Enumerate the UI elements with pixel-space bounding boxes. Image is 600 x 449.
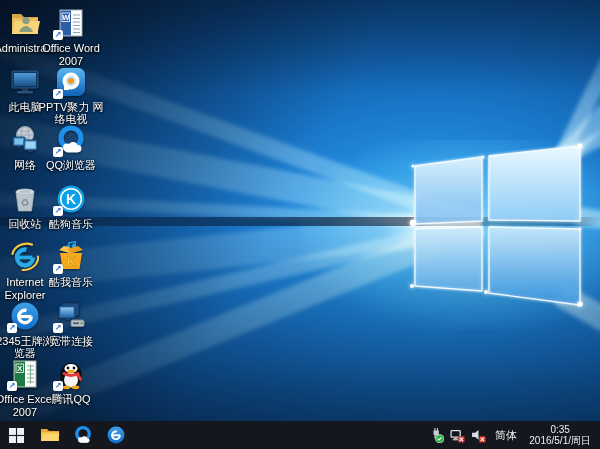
internet-explorer-icon: [9, 241, 41, 273]
word-icon: W ↗: [55, 7, 87, 39]
computer-icon: [9, 66, 41, 98]
svg-text:♻: ♻: [21, 197, 30, 208]
recycle-bin-icon: ♻: [9, 183, 41, 215]
desktop-icon-kugou-music[interactable]: K ↗ 酷狗音乐: [48, 182, 94, 241]
broadband-connection-icon: ↗: [55, 300, 87, 332]
taskbar-file-explorer-button[interactable]: [33, 421, 66, 449]
taskbar-qq-browser-button[interactable]: [66, 421, 99, 449]
taskbar-clock[interactable]: 0:35 2016/5/1/周日: [525, 424, 595, 447]
desktop-icon-recycle-bin[interactable]: ♻ 回收站: [2, 182, 48, 241]
system-tray: 简体 0:35 2016/5/1/周日: [427, 424, 600, 447]
qq-browser-icon: [73, 425, 93, 445]
volume-muted-icon[interactable]: [469, 424, 487, 446]
qq-penguin-icon: ↗: [55, 358, 87, 390]
desktop-icon-label: 酷狗音乐: [38, 218, 104, 231]
windows-logo-graphic: [398, 130, 598, 320]
desktop-icon-grid: Administra... W ↗ Office Word 2007: [2, 6, 94, 416]
shortcut-arrow-icon: ↗: [53, 323, 63, 333]
taskbar-2345-browser-button[interactable]: [99, 421, 132, 449]
desktop-icon-2345-browser[interactable]: ↗ 2345王牌浏 览器: [2, 299, 48, 358]
ime-language-indicator[interactable]: 简体: [490, 428, 522, 443]
desktop-icon-office-excel[interactable]: X ↗ Office Excel 2007: [2, 357, 48, 416]
network-icon: [9, 124, 41, 156]
shortcut-arrow-icon: ↗: [53, 30, 63, 40]
desktop-icon-internet-explorer[interactable]: Internet Explorer: [2, 240, 48, 299]
start-button[interactable]: [0, 421, 33, 449]
desktop-icon-label: QQ浏览器: [38, 159, 104, 172]
network-disconnected-icon[interactable]: [448, 424, 466, 446]
desktop-icon-label: 腾讯QQ: [38, 393, 104, 406]
desktop-icon-qq-browser[interactable]: ↗ QQ浏览器: [48, 123, 94, 182]
windows-logo-icon: [9, 428, 24, 443]
svg-text:W: W: [62, 13, 70, 22]
svg-text:K: K: [66, 191, 76, 207]
shortcut-arrow-icon: ↗: [7, 323, 17, 333]
file-explorer-icon: [40, 427, 60, 443]
svg-text:K: K: [67, 255, 76, 269]
svg-text:X: X: [17, 364, 22, 373]
shortcut-arrow-icon: ↗: [53, 89, 63, 99]
2345-browser-icon: [106, 425, 126, 445]
shortcut-arrow-icon: ↗: [53, 381, 63, 391]
shortcut-arrow-icon: ↗: [53, 206, 63, 216]
user-folder-icon: [9, 7, 41, 39]
desktop-icon-label: 酷我音乐: [38, 276, 104, 289]
shortcut-arrow-icon: ↗: [7, 381, 17, 391]
windows-desktop: Administra... W ↗ Office Word 2007: [0, 0, 600, 449]
clock-time: 0:35: [529, 424, 591, 436]
desktop-icon-network[interactable]: 网络: [2, 123, 48, 182]
clock-date: 2016/5/1/周日: [529, 435, 591, 447]
kugou-music-icon: K ↗: [55, 183, 87, 215]
desktop-icon-pptv[interactable]: ↗ PPTV聚力 网 络电视: [48, 65, 94, 124]
desktop-icon-label: 宽带连接: [38, 335, 104, 348]
desktop-icon-label: Office Word 2007: [38, 42, 104, 67]
2345-browser-icon: ↗: [9, 300, 41, 332]
desktop-icon-tencent-qq[interactable]: ↗ 腾讯QQ: [48, 357, 94, 416]
taskbar: 简体 0:35 2016/5/1/周日: [0, 421, 600, 449]
shortcut-arrow-icon: ↗: [53, 264, 63, 274]
excel-icon: X ↗: [9, 358, 41, 390]
shortcut-arrow-icon: ↗: [53, 147, 63, 157]
desktop-icon-office-word[interactable]: W ↗ Office Word 2007: [48, 6, 94, 65]
desktop-icon-label: PPTV聚力 网 络电视: [38, 101, 104, 126]
desktop-icon-broadband[interactable]: ↗ 宽带连接: [48, 299, 94, 358]
desktop-icon-kuwo-music[interactable]: K ↗ 酷我音乐: [48, 240, 94, 299]
qq-browser-icon: ↗: [55, 124, 87, 156]
kuwo-music-icon: K ↗: [55, 241, 87, 273]
pptv-icon: ↗: [55, 66, 87, 98]
safely-remove-hardware-icon[interactable]: [427, 424, 445, 446]
